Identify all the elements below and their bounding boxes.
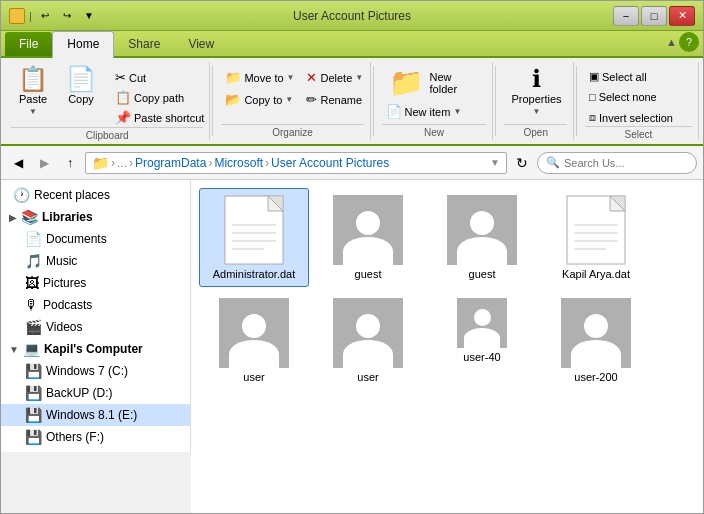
select-none-button[interactable]: □ Select none xyxy=(585,89,677,105)
sidebar-item-libraries[interactable]: ▶ 📚 Libraries xyxy=(1,206,190,228)
documents-icon: 📄 xyxy=(25,231,42,247)
refresh-button[interactable]: ↻ xyxy=(511,152,533,174)
drive-c-icon: 💾 xyxy=(25,363,42,379)
minimize-button[interactable]: − xyxy=(613,6,639,26)
help-button[interactable]: ? xyxy=(679,32,699,52)
copy-path-icon: 📋 xyxy=(115,90,131,105)
select-all-icon: ▣ xyxy=(589,70,599,83)
select-none-icon: □ xyxy=(589,91,596,103)
address-path[interactable]: 📁 › ... › ProgramData › Microsoft › User… xyxy=(85,152,507,174)
file-name-kapilarya: Kapil Arya.dat xyxy=(562,268,630,280)
open-group: ℹ Properties ▼ Open xyxy=(498,62,574,140)
file-name-administrator: Administrator.dat xyxy=(213,268,296,280)
app-icon xyxy=(9,8,25,24)
move-to-button[interactable]: 📁 Move to ▼ xyxy=(221,68,298,87)
file-item-kapilarya[interactable]: Kapil Arya.dat xyxy=(541,188,651,287)
sidebar-item-c[interactable]: 💾 Windows 7 (C:) xyxy=(1,360,190,382)
new-folder-button[interactable]: 📁 New folder xyxy=(382,66,487,100)
organize-group: 📁 Move to ▼ 📂 Copy to ▼ ✕ Delete ▼ ✏ xyxy=(215,62,370,140)
new-item-button[interactable]: 📄 New item ▼ xyxy=(382,102,466,121)
tab-home[interactable]: Home xyxy=(52,31,114,58)
sidebar-item-pictures[interactable]: 🖼 Pictures xyxy=(1,272,190,294)
path-current[interactable]: User Account Pictures xyxy=(271,156,389,170)
delete-button[interactable]: ✕ Delete ▼ xyxy=(302,68,367,87)
qa-redo[interactable]: ↪ xyxy=(58,7,76,25)
invert-icon: ⧈ xyxy=(589,111,596,124)
podcasts-icon: 🎙 xyxy=(25,297,39,313)
new-folder-icon: 📁 xyxy=(389,69,424,97)
cut-button[interactable]: ✂ Cut xyxy=(111,68,208,87)
folder-icon: 📁 xyxy=(92,155,109,171)
divider-1 xyxy=(212,66,213,136)
search-input[interactable] xyxy=(564,157,702,169)
new-group: 📁 New folder 📄 New item ▼ New xyxy=(376,62,494,140)
forward-button[interactable]: ▶ xyxy=(33,152,55,174)
select-all-button[interactable]: ▣ Select all xyxy=(585,68,677,85)
file-name-guest2: guest xyxy=(469,268,496,280)
file-item-user2[interactable]: user xyxy=(313,291,423,390)
new-item-icon: 📄 xyxy=(386,104,402,119)
qa-dropdown[interactable]: ▼ xyxy=(80,7,98,25)
paste-shortcut-icon: 📌 xyxy=(115,110,131,125)
sidebar-item-recent[interactable]: 🕐 Recent places xyxy=(1,184,190,206)
sidebar-item-e[interactable]: 💾 Windows 8.1 (E:) xyxy=(1,404,190,426)
copy-path-button[interactable]: 📋 Copy path xyxy=(111,88,208,107)
copy-button[interactable]: 📄 Copy xyxy=(59,64,103,108)
sidebar-item-documents[interactable]: 📄 Documents xyxy=(1,228,190,250)
search-icon: 🔍 xyxy=(546,156,560,169)
sidebar-item-music[interactable]: 🎵 Music xyxy=(1,250,190,272)
properties-button[interactable]: ℹ Properties ▼ xyxy=(504,64,568,119)
file-name-guest1: guest xyxy=(355,268,382,280)
qa-undo[interactable]: ↩ xyxy=(36,7,54,25)
recent-icon: 🕐 xyxy=(13,187,30,203)
window-title: User Account Pictures xyxy=(293,9,411,23)
copy-icon: 📄 xyxy=(66,67,96,91)
tab-view[interactable]: View xyxy=(174,32,228,56)
clipboard-group: 📋 Paste ▼ 📄 Copy ✂ Cut 📋 Copy path xyxy=(5,62,210,140)
drive-e-icon: 💾 xyxy=(25,407,42,423)
avatar-user1-icon xyxy=(219,298,289,368)
file-item-user200[interactable]: user-200 xyxy=(541,291,651,390)
paste-shortcut-button[interactable]: 📌 Paste shortcut xyxy=(111,108,208,127)
rename-button[interactable]: ✏ Rename xyxy=(302,90,367,109)
sidebar-item-f[interactable]: 💾 Others (F:) xyxy=(1,426,190,448)
file-item-guest1[interactable]: guest xyxy=(313,188,423,287)
expand-computer-icon: ▼ xyxy=(9,344,19,355)
paste-button[interactable]: 📋 Paste ▼ xyxy=(11,64,55,119)
avatar-guest2-icon xyxy=(447,195,517,265)
drive-d-icon: 💾 xyxy=(25,385,42,401)
delete-icon: ✕ xyxy=(306,70,317,85)
tab-share[interactable]: Share xyxy=(114,32,174,56)
avatar-user40-icon xyxy=(457,298,507,348)
tab-file[interactable]: File xyxy=(5,32,52,56)
move-to-icon: 📁 xyxy=(225,70,241,85)
file-item-administrator[interactable]: Administrator.dat xyxy=(199,188,309,287)
ribbon-tab-bar: File Home Share View ▲ ? xyxy=(1,31,703,58)
rename-icon: ✏ xyxy=(306,92,317,107)
invert-selection-button[interactable]: ⧈ Invert selection xyxy=(585,109,677,126)
file-item-guest2[interactable]: guest xyxy=(427,188,537,287)
address-bar: ◀ ▶ ↑ 📁 › ... › ProgramData › Microsoft … xyxy=(1,146,703,180)
file-item-user40[interactable]: user-40 xyxy=(427,291,537,390)
sidebar-item-d[interactable]: 💾 BackUP (D:) xyxy=(1,382,190,404)
sidebar-item-videos[interactable]: 🎬 Videos xyxy=(1,316,190,338)
divider-3 xyxy=(495,66,496,136)
search-box[interactable]: 🔍 xyxy=(537,152,697,174)
maximize-button[interactable]: □ xyxy=(641,6,667,26)
properties-icon: ℹ xyxy=(532,67,541,91)
file-item-user1[interactable]: user xyxy=(199,291,309,390)
ribbon-collapse-btn[interactable]: ▲ xyxy=(666,36,677,48)
ribbon: 📋 Paste ▼ 📄 Copy ✂ Cut 📋 Copy path xyxy=(1,58,703,146)
file-doc-kapilarya-icon xyxy=(566,195,626,265)
up-button[interactable]: ↑ xyxy=(59,152,81,174)
file-name-user2: user xyxy=(357,371,378,383)
back-button[interactable]: ◀ xyxy=(7,152,29,174)
path-programdata[interactable]: ProgramData xyxy=(135,156,206,170)
file-name-user1: user xyxy=(243,371,264,383)
sidebar-item-podcasts[interactable]: 🎙 Podcasts xyxy=(1,294,190,316)
sidebar-item-computer[interactable]: ▼ 💻 Kapil's Computer xyxy=(1,338,190,360)
copy-to-button[interactable]: 📂 Copy to ▼ xyxy=(221,90,298,109)
file-name-user40: user-40 xyxy=(463,351,500,363)
path-microsoft[interactable]: Microsoft xyxy=(214,156,263,170)
close-button[interactable]: ✕ xyxy=(669,6,695,26)
